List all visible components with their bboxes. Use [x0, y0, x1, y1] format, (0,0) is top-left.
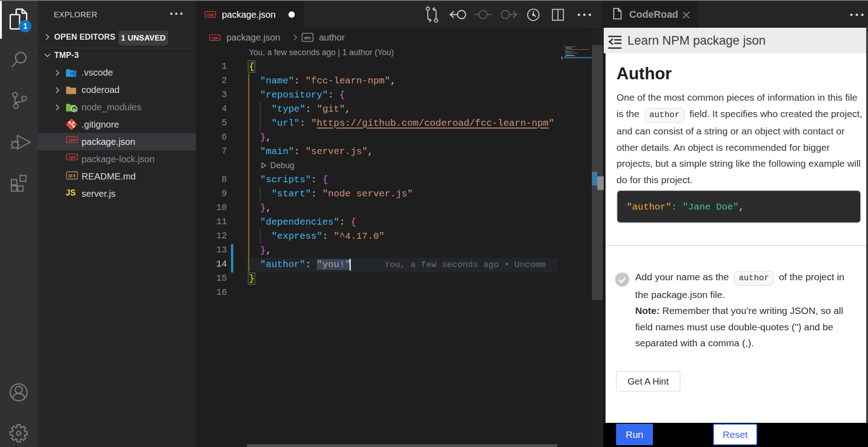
svg-text:js: js [72, 108, 76, 112]
svg-text:M: M [68, 173, 72, 179]
svg-text:npm: npm [68, 138, 76, 143]
svg-text:npm: npm [68, 155, 76, 160]
svg-text:npm: npm [207, 13, 214, 17]
svg-text:abc: abc [304, 36, 311, 40]
svg-text:npm: npm [211, 36, 219, 41]
